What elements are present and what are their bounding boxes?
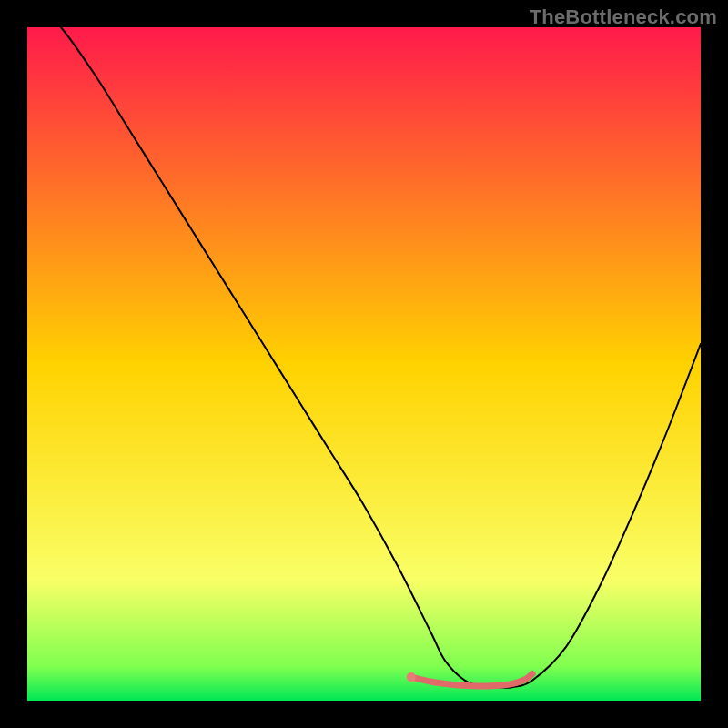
chart-container: [0, 0, 728, 728]
series-optimal_range-start-marker: [407, 672, 416, 682]
bottleneck-chart: [0, 0, 728, 728]
watermark-label: TheBottleneck.com: [530, 5, 717, 29]
